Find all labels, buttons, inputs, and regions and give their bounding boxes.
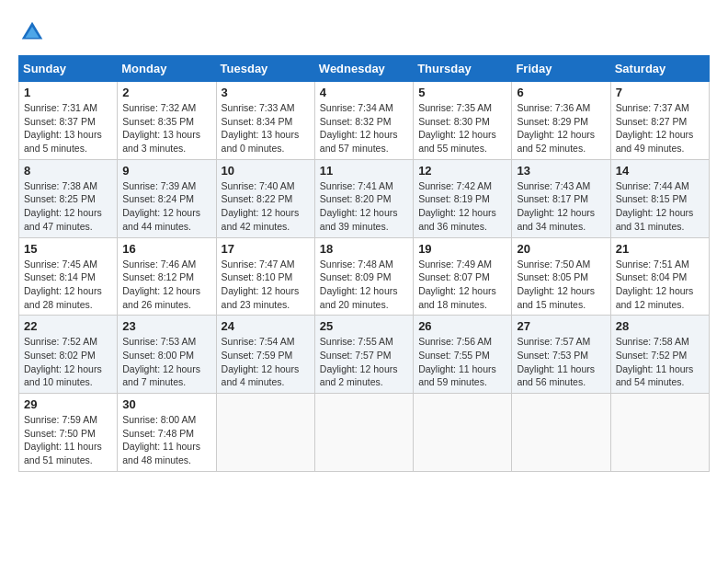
day-info: Sunrise: 7:34 AM Sunset: 8:32 PM Dayligh… bbox=[320, 101, 408, 155]
calendar-cell: 14 Sunrise: 7:44 AM Sunset: 8:15 PM Dayl… bbox=[610, 159, 709, 237]
calendar-cell: 26 Sunrise: 7:56 AM Sunset: 7:55 PM Dayl… bbox=[414, 316, 512, 394]
sunrise-text: Sunrise: 7:48 AM bbox=[320, 258, 408, 271]
calendar-cell: 11 Sunrise: 7:41 AM Sunset: 8:20 PM Dayl… bbox=[314, 159, 413, 237]
day-number: 28 bbox=[616, 319, 704, 333]
day-header-tuesday: Tuesday bbox=[216, 56, 314, 82]
day-info: Sunrise: 7:59 AM Sunset: 7:50 PM Dayligh… bbox=[24, 413, 112, 467]
day-info: Sunrise: 7:36 AM Sunset: 8:29 PM Dayligh… bbox=[517, 101, 605, 155]
sunset-text: Sunset: 8:35 PM bbox=[122, 115, 210, 129]
day-info: Sunrise: 7:47 AM Sunset: 8:10 PM Dayligh… bbox=[222, 258, 310, 312]
calendar-cell: 10 Sunrise: 7:40 AM Sunset: 8:22 PM Dayl… bbox=[216, 159, 314, 237]
day-number: 11 bbox=[320, 164, 408, 178]
daylight-text: Daylight: 12 hours and 31 minutes. bbox=[616, 206, 704, 233]
daylight-text: Daylight: 12 hours and 4 minutes. bbox=[222, 362, 310, 389]
day-info: Sunrise: 7:38 AM Sunset: 8:25 PM Dayligh… bbox=[24, 179, 112, 234]
day-number: 20 bbox=[517, 242, 605, 256]
calendar-cell: 19 Sunrise: 7:49 AM Sunset: 8:07 PM Dayl… bbox=[414, 237, 512, 316]
day-number: 12 bbox=[418, 164, 506, 178]
day-number: 19 bbox=[418, 242, 506, 256]
calendar-cell: 22 Sunrise: 7:52 AM Sunset: 8:02 PM Dayl… bbox=[19, 316, 118, 394]
day-number: 24 bbox=[222, 319, 310, 333]
sunrise-text: Sunrise: 7:39 AM bbox=[122, 179, 210, 193]
sunset-text: Sunset: 8:04 PM bbox=[616, 270, 704, 284]
sunset-text: Sunset: 8:29 PM bbox=[517, 115, 605, 129]
day-info: Sunrise: 7:44 AM Sunset: 8:15 PM Dayligh… bbox=[616, 179, 704, 234]
day-number: 9 bbox=[122, 164, 210, 178]
day-number: 10 bbox=[222, 164, 310, 178]
calendar-cell: 21 Sunrise: 7:51 AM Sunset: 8:04 PM Dayl… bbox=[610, 237, 709, 316]
sunrise-text: Sunrise: 7:47 AM bbox=[222, 258, 310, 271]
day-info: Sunrise: 7:33 AM Sunset: 8:34 PM Dayligh… bbox=[222, 101, 310, 155]
sunrise-text: Sunrise: 7:54 AM bbox=[222, 335, 310, 349]
sunset-text: Sunset: 7:59 PM bbox=[222, 349, 310, 362]
calendar-cell: 1 Sunrise: 7:31 AM Sunset: 8:37 PM Dayli… bbox=[19, 82, 118, 160]
daylight-text: Daylight: 13 hours and 3 minutes. bbox=[122, 128, 210, 155]
sunset-text: Sunset: 8:15 PM bbox=[616, 192, 704, 206]
sunset-text: Sunset: 8:05 PM bbox=[517, 270, 605, 284]
day-info: Sunrise: 7:45 AM Sunset: 8:14 PM Dayligh… bbox=[24, 258, 112, 312]
calendar-cell: 24 Sunrise: 7:54 AM Sunset: 7:59 PM Dayl… bbox=[216, 316, 314, 394]
day-info: Sunrise: 7:58 AM Sunset: 7:52 PM Dayligh… bbox=[616, 335, 704, 389]
daylight-text: Daylight: 12 hours and 34 minutes. bbox=[517, 206, 605, 233]
daylight-text: Daylight: 13 hours and 0 minutes. bbox=[222, 128, 310, 155]
daylight-text: Daylight: 12 hours and 52 minutes. bbox=[517, 128, 605, 155]
calendar-week-row: 1 Sunrise: 7:31 AM Sunset: 8:37 PM Dayli… bbox=[19, 82, 710, 160]
sunset-text: Sunset: 8:34 PM bbox=[222, 115, 310, 129]
calendar-cell: 4 Sunrise: 7:34 AM Sunset: 8:32 PM Dayli… bbox=[314, 82, 413, 160]
calendar-cell: 27 Sunrise: 7:57 AM Sunset: 7:53 PM Dayl… bbox=[512, 316, 610, 394]
sunrise-text: Sunrise: 7:31 AM bbox=[24, 101, 112, 115]
daylight-text: Daylight: 12 hours and 20 minutes. bbox=[320, 284, 408, 311]
daylight-text: Daylight: 12 hours and 26 minutes. bbox=[122, 284, 210, 311]
calendar-cell: 12 Sunrise: 7:42 AM Sunset: 8:19 PM Dayl… bbox=[414, 159, 512, 237]
calendar-cell: 23 Sunrise: 7:53 AM Sunset: 8:00 PM Dayl… bbox=[118, 316, 216, 394]
day-number: 8 bbox=[24, 164, 112, 178]
day-info: Sunrise: 8:00 AM Sunset: 7:48 PM Dayligh… bbox=[122, 413, 210, 467]
sunrise-text: Sunrise: 7:33 AM bbox=[222, 101, 310, 115]
daylight-text: Daylight: 12 hours and 36 minutes. bbox=[418, 206, 506, 233]
calendar-cell bbox=[314, 394, 413, 472]
daylight-text: Daylight: 12 hours and 7 minutes. bbox=[122, 362, 210, 389]
day-header-thursday: Thursday bbox=[414, 56, 512, 82]
daylight-text: Daylight: 12 hours and 47 minutes. bbox=[24, 206, 112, 233]
sunset-text: Sunset: 8:22 PM bbox=[222, 192, 310, 206]
sunset-text: Sunset: 8:07 PM bbox=[418, 270, 506, 284]
daylight-text: Daylight: 11 hours and 59 minutes. bbox=[418, 362, 506, 389]
sunrise-text: Sunrise: 7:43 AM bbox=[517, 179, 605, 193]
day-info: Sunrise: 7:48 AM Sunset: 8:09 PM Dayligh… bbox=[320, 258, 408, 312]
sunset-text: Sunset: 8:02 PM bbox=[24, 349, 112, 362]
day-number: 13 bbox=[517, 164, 605, 178]
daylight-text: Daylight: 12 hours and 39 minutes. bbox=[320, 206, 408, 233]
calendar-cell: 7 Sunrise: 7:37 AM Sunset: 8:27 PM Dayli… bbox=[610, 82, 709, 160]
day-number: 6 bbox=[517, 86, 605, 99]
day-number: 22 bbox=[24, 319, 112, 333]
day-number: 17 bbox=[222, 242, 310, 256]
day-number: 21 bbox=[616, 242, 704, 256]
calendar-week-row: 15 Sunrise: 7:45 AM Sunset: 8:14 PM Dayl… bbox=[19, 237, 710, 316]
sunrise-text: Sunrise: 7:44 AM bbox=[616, 179, 704, 193]
daylight-text: Daylight: 12 hours and 57 minutes. bbox=[320, 128, 408, 155]
calendar-week-row: 29 Sunrise: 7:59 AM Sunset: 7:50 PM Dayl… bbox=[19, 394, 710, 472]
sunrise-text: Sunrise: 7:55 AM bbox=[320, 335, 408, 349]
daylight-text: Daylight: 12 hours and 42 minutes. bbox=[222, 206, 310, 233]
calendar-cell: 20 Sunrise: 7:50 AM Sunset: 8:05 PM Dayl… bbox=[512, 237, 610, 316]
calendar-cell: 16 Sunrise: 7:46 AM Sunset: 8:12 PM Dayl… bbox=[118, 237, 216, 316]
calendar-cell bbox=[512, 394, 610, 472]
sunset-text: Sunset: 7:48 PM bbox=[122, 427, 210, 441]
daylight-text: Daylight: 11 hours and 56 minutes. bbox=[517, 362, 605, 389]
day-number: 3 bbox=[222, 86, 310, 99]
day-info: Sunrise: 7:42 AM Sunset: 8:19 PM Dayligh… bbox=[418, 179, 506, 234]
day-info: Sunrise: 7:51 AM Sunset: 8:04 PM Dayligh… bbox=[616, 258, 704, 312]
day-number: 30 bbox=[122, 397, 210, 411]
sunrise-text: Sunrise: 7:57 AM bbox=[517, 335, 605, 349]
logo-icon bbox=[18, 18, 46, 46]
day-number: 14 bbox=[616, 164, 704, 178]
sunset-text: Sunset: 7:57 PM bbox=[320, 349, 408, 362]
sunset-text: Sunset: 8:00 PM bbox=[122, 349, 210, 362]
day-info: Sunrise: 7:41 AM Sunset: 8:20 PM Dayligh… bbox=[320, 179, 408, 234]
calendar-week-row: 22 Sunrise: 7:52 AM Sunset: 8:02 PM Dayl… bbox=[19, 316, 710, 394]
sunrise-text: Sunrise: 7:50 AM bbox=[517, 258, 605, 271]
calendar-header-row: SundayMondayTuesdayWednesdayThursdayFrid… bbox=[19, 56, 710, 82]
day-info: Sunrise: 7:55 AM Sunset: 7:57 PM Dayligh… bbox=[320, 335, 408, 389]
day-info: Sunrise: 7:40 AM Sunset: 8:22 PM Dayligh… bbox=[222, 179, 310, 234]
calendar-cell bbox=[216, 394, 314, 472]
